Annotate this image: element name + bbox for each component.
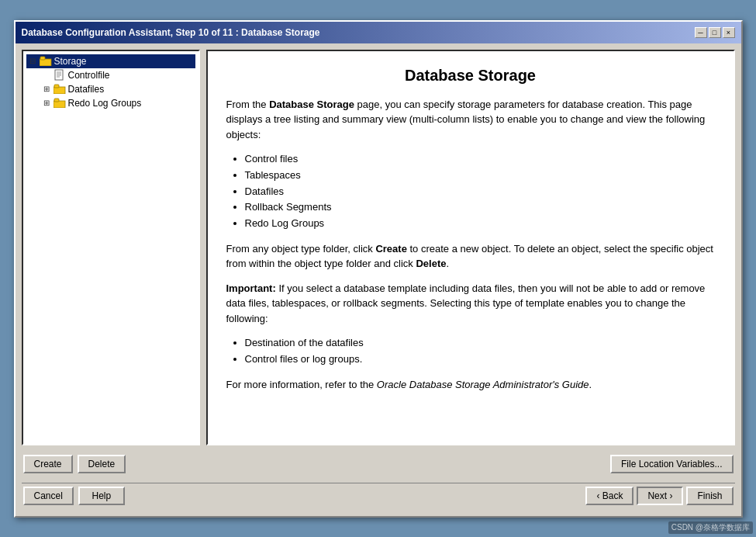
para3: Important: If you select a database temp…: [226, 281, 715, 327]
create-bold: Create: [375, 243, 406, 255]
bottom-left-buttons: Cancel Help: [23, 487, 125, 505]
finish-button[interactable]: Finish: [686, 487, 733, 505]
toolbar-right: File Location Variables...: [610, 455, 734, 473]
back-button[interactable]: ‹ Back: [585, 487, 633, 505]
expander-controlfile: [42, 71, 51, 79]
important-bold: Important:: [226, 282, 276, 294]
bullet-item: Datafiles: [245, 184, 715, 200]
tree-label-datafiles: Datafiles: [68, 84, 105, 95]
intro-text-start: From the: [226, 99, 270, 110]
expander-redo[interactable]: ⊞: [42, 99, 51, 107]
bottom-bar: Cancel Help ‹ Back Next › Finish: [22, 483, 735, 510]
expander-storage[interactable]: ⊟: [28, 57, 37, 65]
intro-bold: Database Storage: [269, 99, 354, 110]
tree-item-storage[interactable]: ⊟ Storage: [26, 54, 195, 68]
toolbar-row: Create Delete File Location Variables...: [22, 452, 735, 476]
folder-icon-redo: [54, 97, 66, 109]
watermark: CSDN @奈格学数据库: [668, 521, 753, 534]
bullet-item: Rollback Segments: [245, 199, 715, 216]
expander-datafiles[interactable]: ⊞: [42, 85, 51, 93]
main-window: Database Configuration Assistant, Step 1…: [14, 20, 743, 518]
title-bar: Database Configuration Assistant, Step 1…: [16, 22, 741, 43]
bullet-item: Tablespaces: [245, 168, 715, 184]
close-button[interactable]: ×: [723, 27, 735, 38]
tree-item-controlfile[interactable]: Controlfile: [26, 68, 195, 82]
svg-rect-8: [54, 85, 59, 88]
back-label: Back: [602, 490, 623, 501]
bullet-item-control: Control files or log groups.: [245, 352, 715, 368]
bullet-item: Control files: [245, 151, 715, 168]
minimize-button[interactable]: ─: [695, 27, 707, 38]
file-location-button[interactable]: File Location Variables...: [610, 455, 734, 473]
bullet-list-1: Control files Tablespaces Datafiles Roll…: [245, 151, 715, 232]
guide-italic: Oracle Database Storage Administrator's …: [377, 379, 589, 390]
para2: From any object type folder, click Creat…: [226, 241, 715, 272]
cancel-button[interactable]: Cancel: [23, 487, 74, 505]
back-arrow-icon: ‹: [596, 490, 599, 501]
next-button[interactable]: Next ›: [637, 487, 683, 505]
folder-icon-storage: [40, 55, 52, 68]
next-arrow-icon: ›: [669, 490, 672, 501]
toolbar-left: Create Delete: [23, 455, 126, 473]
maximize-button[interactable]: □: [709, 27, 721, 38]
svg-rect-1: [40, 57, 45, 60]
tree-item-datafiles[interactable]: ⊞ Datafiles: [26, 82, 195, 96]
right-panel: Database Storage From the Database Stora…: [206, 50, 735, 445]
tree-label-storage: Storage: [54, 56, 87, 67]
bottom-right-buttons: ‹ Back Next › Finish: [585, 487, 733, 505]
page-title: Database Storage: [226, 67, 715, 85]
delete-bold: Delete: [416, 258, 446, 269]
bullet-item: Redo Log Groups: [245, 216, 715, 232]
tree-item-redo-log-groups[interactable]: ⊞ Redo Log Groups: [26, 96, 195, 110]
bullet-list-2: Destination of the datafiles Control fil…: [245, 335, 715, 368]
window-title: Database Configuration Assistant, Step 1…: [22, 27, 320, 38]
tree-label-redo: Redo Log Groups: [68, 98, 142, 109]
content-area: ⊟ Storage: [16, 43, 741, 516]
bullet-item-dest: Destination of the datafiles: [245, 335, 715, 352]
doc-icon-controlfile: [54, 69, 66, 81]
para4: For more information, refer to the Oracl…: [226, 377, 715, 393]
delete-button[interactable]: Delete: [78, 455, 126, 473]
next-label: Next: [647, 490, 667, 501]
title-bar-controls: ─ □ ×: [695, 27, 735, 38]
folder-icon-datafiles: [54, 83, 66, 95]
tree-panel: ⊟ Storage: [22, 50, 200, 445]
tree-label-controlfile: Controlfile: [68, 70, 110, 81]
main-panel: ⊟ Storage: [22, 50, 735, 445]
intro-paragraph: From the Database Storage page, you can …: [226, 97, 715, 143]
create-button[interactable]: Create: [23, 455, 73, 473]
svg-rect-10: [54, 99, 59, 102]
help-button[interactable]: Help: [78, 487, 125, 505]
